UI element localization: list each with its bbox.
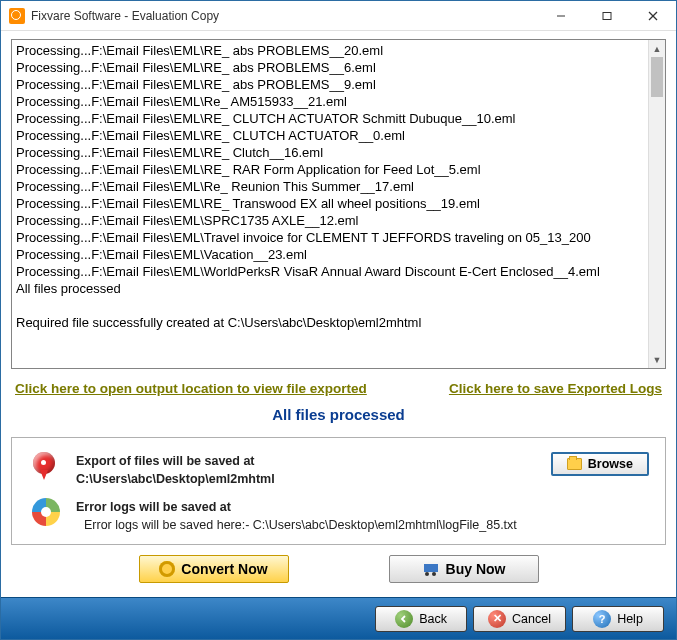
cancel-x-icon: ✕ [488,610,506,628]
gear-icon [159,561,175,577]
export-row: Export of files will be saved at C:\User… [28,452,649,488]
status-message: All files processed [11,402,666,437]
cart-icon [422,562,440,576]
buy-now-button[interactable]: Buy Now [389,555,539,583]
maximize-icon [602,11,612,21]
close-icon [648,11,658,21]
help-question-icon: ? [593,610,611,628]
open-output-link[interactable]: Click here to open output location to vi… [15,381,367,396]
content-area: Processing...F:\Email Files\EML\RE_ abs … [1,31,676,597]
browse-button[interactable]: Browse [551,452,649,476]
vertical-scrollbar[interactable]: ▲ ▼ [648,40,665,368]
buy-label: Buy Now [446,561,506,577]
folder-icon [567,458,582,470]
maximize-button[interactable] [584,1,630,31]
settings-panel: Export of files will be saved at C:\User… [11,437,666,545]
errorlog-row: Error logs will be saved at Error logs w… [28,498,649,534]
close-button[interactable] [630,1,676,31]
links-row: Click here to open output location to vi… [11,369,666,402]
export-path: C:\Users\abc\Desktop\eml2mhtml [76,472,275,486]
pie-chart-icon [28,498,64,526]
window-title: Fixvare Software - Evaluation Copy [31,9,219,23]
errorlog-detail: Error logs will be saved here:- C:\Users… [76,516,649,534]
help-button[interactable]: ? Help [572,606,664,632]
back-label: Back [419,612,447,626]
cancel-button[interactable]: ✕ Cancel [473,606,566,632]
export-label: Export of files will be saved at [76,454,255,468]
scroll-thumb[interactable] [651,57,663,97]
log-lines: Processing...F:\Email Files\EML\RE_ abs … [12,40,665,368]
save-logs-link[interactable]: Click here to save Exported Logs [449,381,662,396]
minimize-icon [556,11,566,21]
svg-rect-1 [603,12,611,19]
scroll-up-icon[interactable]: ▲ [649,40,665,57]
log-textbox[interactable]: Processing...F:\Email Files\EML\RE_ abs … [11,39,666,369]
back-button[interactable]: Back [375,606,467,632]
action-strip: Convert Now Buy Now [11,553,666,591]
minimize-button[interactable] [538,1,584,31]
convert-now-button[interactable]: Convert Now [139,555,289,583]
back-arrow-icon [395,610,413,628]
location-pin-icon [28,452,64,484]
scroll-down-icon[interactable]: ▼ [649,351,665,368]
help-label: Help [617,612,643,626]
browse-label: Browse [588,457,633,471]
app-icon [9,8,25,24]
errorlog-label: Error logs will be saved at [76,500,231,514]
app-window: Fixvare Software - Evaluation Copy Proce… [0,0,677,640]
convert-label: Convert Now [181,561,267,577]
cancel-label: Cancel [512,612,551,626]
bottom-nav-bar: Back ✕ Cancel ? Help [1,597,676,639]
titlebar: Fixvare Software - Evaluation Copy [1,1,676,31]
